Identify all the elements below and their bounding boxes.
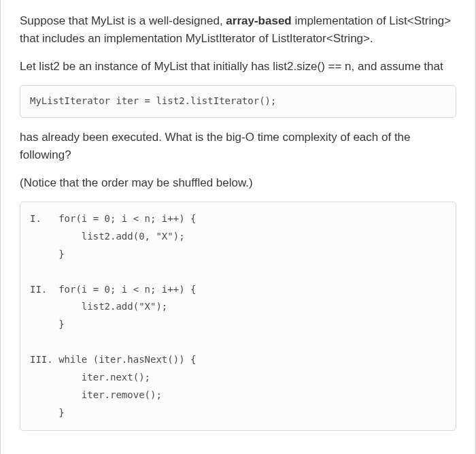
bold-array-based: array-based	[226, 14, 291, 27]
paragraph-1: Suppose that MyList is a well-designed, …	[20, 12, 456, 48]
code-block-2: I. for(i = 0; i < n; i++) { list2.add(0,…	[20, 201, 456, 431]
paragraph-4: (Notice that the order may be shuffled b…	[20, 174, 456, 192]
question-content: Suppose that MyList is a well-designed, …	[20, 12, 456, 431]
code-block-1: MyListIterator iter = list2.listIterator…	[20, 85, 456, 118]
paragraph-3: has already been executed. What is the b…	[20, 129, 456, 165]
text-pre-bold: Suppose that MyList is a well-designed,	[20, 14, 226, 27]
paragraph-2: Let list2 be an instance of MyList that …	[20, 58, 456, 76]
